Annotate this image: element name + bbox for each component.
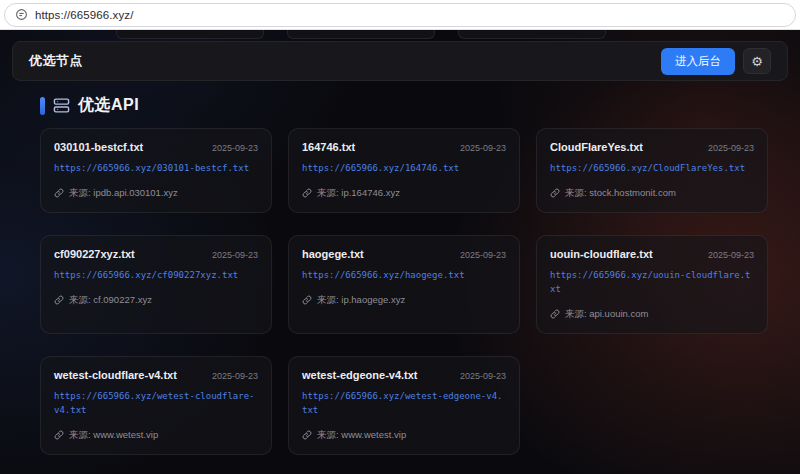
file-name: cf090227xyz.txt (54, 248, 135, 260)
file-date: 2025-09-23 (460, 371, 506, 381)
partial-card (287, 30, 435, 39)
file-source: 来源: stock.hostmonit.com (550, 187, 754, 200)
file-link[interactable]: https://665966.xyz/030101-bestcf.txt (54, 162, 258, 176)
file-date: 2025-09-23 (460, 143, 506, 153)
server-icon (53, 97, 70, 114)
file-date: 2025-09-23 (460, 250, 506, 260)
file-date: 2025-09-23 (708, 250, 754, 260)
card-grid: 030101-bestcf.txt 2025-09-23 https://665… (40, 128, 768, 455)
page-header: 优选节点 进入后台 ⚙ (12, 41, 788, 81)
link-icon (54, 295, 64, 305)
file-name: wetest-edgeone-v4.txt (302, 369, 418, 381)
link-icon (302, 295, 312, 305)
file-date: 2025-09-23 (212, 371, 258, 381)
card-header: uouin-cloudflare.txt 2025-09-23 (550, 248, 754, 260)
header-actions: 进入后台 ⚙ (661, 48, 771, 75)
file-card: CloudFlareYes.txt 2025-09-23 https://665… (536, 128, 768, 213)
link-icon (550, 188, 560, 198)
file-card: cf090227xyz.txt 2025-09-23 https://66596… (40, 235, 272, 334)
source-text: 来源: ip.haogege.xyz (317, 294, 405, 307)
partial-card (458, 30, 606, 39)
file-name: 030101-bestcf.txt (54, 141, 143, 153)
file-link[interactable]: https://665966.xyz/wetest-cloudflare-v4.… (54, 390, 258, 418)
link-icon (54, 430, 64, 440)
card-header: cf090227xyz.txt 2025-09-23 (54, 248, 258, 260)
file-name: 164746.txt (302, 141, 355, 153)
card-header: 030101-bestcf.txt 2025-09-23 (54, 141, 258, 153)
file-link[interactable]: https://665966.xyz/wetest-edgeone-v4.txt (302, 390, 506, 418)
card-header: haogege.txt 2025-09-23 (302, 248, 506, 260)
browser-address-bar: https://665966.xyz/ (0, 0, 800, 30)
section-title: 优选API (78, 95, 139, 116)
file-source: 来源: www.wetest.vip (54, 429, 258, 442)
page-content: 优选节点 进入后台 ⚙ 优选API 030101-bestcf.txt 2025… (0, 30, 800, 474)
file-date: 2025-09-23 (708, 143, 754, 153)
link-icon (302, 430, 312, 440)
source-text: 来源: api.uouin.com (565, 308, 648, 321)
card-header: wetest-edgeone-v4.txt 2025-09-23 (302, 369, 506, 381)
file-link[interactable]: https://665966.xyz/haogege.txt (302, 269, 506, 283)
page-title: 优选节点 (29, 52, 83, 70)
file-source: 来源: api.uouin.com (550, 308, 754, 321)
file-source: 来源: www.wetest.vip (302, 429, 506, 442)
source-text: 来源: ip.164746.xyz (317, 187, 400, 200)
admin-button[interactable]: 进入后台 (661, 48, 735, 75)
file-source: 来源: cf.090227.xyz (54, 294, 258, 307)
partial-card (116, 30, 264, 39)
file-link[interactable]: https://665966.xyz/CloudFlareYes.txt (550, 162, 754, 176)
file-source: 来源: ip.haogege.xyz (302, 294, 506, 307)
file-card: wetest-edgeone-v4.txt 2025-09-23 https:/… (288, 356, 520, 455)
source-text: 来源: www.wetest.vip (317, 429, 406, 442)
file-card: wetest-cloudflare-v4.txt 2025-09-23 http… (40, 356, 272, 455)
file-link[interactable]: https://665966.xyz/uouin-cloudflare.txt (550, 269, 754, 297)
card-header: wetest-cloudflare-v4.txt 2025-09-23 (54, 369, 258, 381)
file-link[interactable]: https://665966.xyz/164746.txt (302, 162, 506, 176)
section-heading: 优选API (40, 95, 800, 116)
link-icon (550, 309, 560, 319)
url-text[interactable]: https://665966.xyz/ (35, 9, 133, 21)
file-date: 2025-09-23 (212, 250, 258, 260)
link-icon (54, 188, 64, 198)
source-text: 来源: stock.hostmonit.com (565, 187, 676, 200)
file-source: 来源: ip.164746.xyz (302, 187, 506, 200)
file-card: 164746.txt 2025-09-23 https://665966.xyz… (288, 128, 520, 213)
file-name: CloudFlareYes.txt (550, 141, 643, 153)
file-source: 来源: ipdb.api.030101.xyz (54, 187, 258, 200)
card-header: CloudFlareYes.txt 2025-09-23 (550, 141, 754, 153)
accent-bar (40, 97, 45, 115)
site-info-icon[interactable] (15, 8, 28, 21)
file-link[interactable]: https://665966.xyz/cf090227xyz.txt (54, 269, 258, 283)
file-card: haogege.txt 2025-09-23 https://665966.xy… (288, 235, 520, 334)
source-text: 来源: ipdb.api.030101.xyz (69, 187, 178, 200)
source-text: 来源: www.wetest.vip (69, 429, 158, 442)
source-text: 来源: cf.090227.xyz (69, 294, 152, 307)
file-name: uouin-cloudflare.txt (550, 248, 653, 260)
file-card: uouin-cloudflare.txt 2025-09-23 https://… (536, 235, 768, 334)
link-icon (302, 188, 312, 198)
url-field[interactable]: https://665966.xyz/ (4, 3, 796, 27)
file-name: haogege.txt (302, 248, 364, 260)
gear-icon: ⚙ (751, 55, 763, 68)
file-card: 030101-bestcf.txt 2025-09-23 https://665… (40, 128, 272, 213)
file-name: wetest-cloudflare-v4.txt (54, 369, 177, 381)
file-date: 2025-09-23 (212, 143, 258, 153)
card-header: 164746.txt 2025-09-23 (302, 141, 506, 153)
settings-button[interactable]: ⚙ (743, 48, 771, 74)
